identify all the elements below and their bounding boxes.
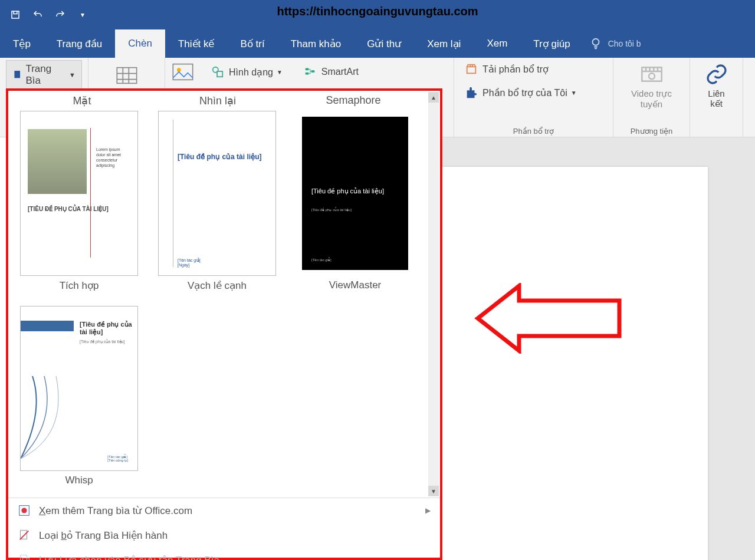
tab-home[interactable]: Trang đầu	[44, 29, 115, 58]
dropdown-caret-icon: ▼	[69, 71, 76, 78]
media-group-label: Phương tiện	[619, 124, 684, 136]
menu-more-label: Xem thêm Trang bìa từ Office.com	[39, 505, 192, 517]
online-video-button: Video trực tuyến	[619, 60, 684, 112]
head-semaphore: Semaphore	[285, 94, 421, 107]
link-button[interactable]: Liên kết	[696, 60, 737, 111]
svg-rect-7	[217, 71, 222, 77]
svg-point-1	[592, 39, 599, 45]
tab-mailings[interactable]: Gửi thư	[354, 29, 414, 58]
online-video-label: Video trực tuyến	[624, 88, 679, 110]
cover-page-gallery: ▲ ▼ Mặt Nhìn lại Semaphore Lorem ipsumdo…	[6, 88, 442, 560]
svg-rect-9	[306, 73, 309, 75]
submenu-arrow-icon: ▶	[425, 506, 431, 515]
watermark-url: https://tinhocngoainguvungtau.com	[277, 5, 478, 18]
cover-page-button[interactable]: Trang Bìa ▼	[6, 60, 82, 90]
thumb-subtitle: [Tiêu đề phụ của tài liệu]	[311, 187, 384, 195]
svg-rect-10	[311, 70, 315, 73]
svg-rect-0	[12, 11, 19, 18]
tab-review[interactable]: Xem lại	[414, 29, 474, 58]
svg-rect-3	[117, 68, 136, 84]
cover-page-label: Trang Bìa	[25, 63, 65, 87]
my-addins-button[interactable]: Phần bổ trợ của Tôi ▼	[460, 84, 607, 101]
caret-icon: ▼	[571, 90, 577, 96]
head-mat: Mặt	[14, 94, 150, 107]
picture-icon[interactable]	[171, 60, 195, 84]
cover-whisp[interactable]: [Tiêu đề phụ của tài liệu] [Tiêu đề phụ …	[14, 306, 144, 486]
annotation-arrow-icon	[472, 283, 625, 354]
customize-qat-icon[interactable]: ▾	[73, 5, 92, 24]
addins-group-label: Phần bổ trợ	[460, 124, 607, 136]
cap-vachlecanh: Vạch lề cạnh	[188, 279, 247, 292]
thumb-sub: [Tiêu đề phụ của tài liệu]	[311, 207, 352, 212]
tab-file[interactable]: Tệp	[0, 29, 44, 58]
thumb-subtitle: [Tiêu đề phụ của tài liệu]	[178, 153, 261, 161]
thumb-sub: [Tiêu đề phụ của tài liệu]	[80, 340, 124, 344]
lightbulb-icon	[589, 37, 602, 50]
svg-rect-8	[306, 68, 309, 71]
smartart-button[interactable]: SmartArt	[299, 60, 363, 84]
svg-rect-2	[14, 71, 20, 78]
link-label: Liên kết	[701, 88, 732, 109]
svg-rect-11	[467, 67, 476, 73]
store-icon	[465, 62, 478, 75]
cap-tichhop: Tích hợp	[60, 279, 99, 292]
save-icon[interactable]	[6, 5, 25, 24]
thumb-subtitle: [Tiêu đề phụ của tài liệu]	[80, 321, 137, 336]
svg-rect-4	[173, 64, 192, 80]
cap-whisp: Whisp	[65, 475, 93, 486]
shapes-icon	[211, 65, 224, 78]
remove-icon	[18, 529, 31, 542]
scroll-up-icon[interactable]: ▲	[428, 92, 439, 103]
cover-tichhop[interactable]: Lorem ipsumdolor sit ametconsecteturadip…	[14, 111, 144, 292]
caret-icon: ▼	[277, 69, 283, 75]
shapes-button[interactable]: Hình dạng ▼	[206, 60, 287, 84]
cover-page-icon	[12, 70, 22, 80]
my-addins-label: Phần bổ trợ của Tôi	[482, 87, 567, 98]
cap-viewmaster: ViewMaster	[329, 279, 382, 291]
tab-view[interactable]: Xem	[474, 29, 520, 58]
tell-me-search[interactable]: Cho tôi b	[589, 29, 641, 58]
tab-references[interactable]: Tham khảo	[278, 29, 354, 58]
smartart-icon	[304, 65, 317, 78]
tab-design[interactable]: Thiết kế	[165, 29, 228, 58]
shapes-label: Hình dạng	[229, 67, 273, 78]
tab-help[interactable]: Trợ giúp	[520, 29, 583, 58]
gallery-row-headers: Mặt Nhìn lại Semaphore	[8, 91, 440, 107]
scroll-down-icon[interactable]: ▼	[428, 486, 439, 496]
menu-remove-label: Loại bỏ Trang Bìa Hiện hành	[39, 529, 168, 542]
scrollbar-track[interactable]	[428, 92, 439, 493]
tab-layout[interactable]: Bố trí	[227, 29, 277, 58]
get-addins-button[interactable]: Tải phần bổ trợ	[460, 60, 607, 78]
ribbon-tabs: Tệp Trang đầu Chèn Thiết kế Bố trí Tham …	[0, 29, 755, 58]
svg-rect-18	[22, 558, 29, 560]
svg-point-15	[21, 508, 27, 513]
cover-vachlecanh[interactable]: [Tiêu đề phụ của tài liệu] [Tên tác giả]…	[152, 111, 282, 292]
svg-point-13	[649, 73, 655, 79]
head-nhinlai: Nhìn lại	[150, 94, 285, 107]
smartart-label: SmartArt	[321, 67, 359, 77]
save-gallery-icon	[18, 554, 31, 560]
office-icon	[18, 504, 31, 517]
gallery-menu: Xem thêm Trang bìa từ Office.com ▶ Loại …	[8, 498, 440, 560]
menu-save-cover: Lưu Lựa chọn vào Bộ sưu tập Trang Bìa...	[8, 548, 440, 560]
link-icon	[705, 62, 728, 86]
table-icon[interactable]	[115, 64, 139, 87]
menu-save-label: Lưu Lựa chọn vào Bộ sưu tập Trang Bìa...	[39, 554, 228, 561]
addins-icon	[465, 86, 478, 99]
cover-viewmaster[interactable]: [Tiêu đề phụ của tài liệu] [Tiêu đề phụ …	[290, 111, 420, 292]
menu-more-covers[interactable]: Xem thêm Trang bìa từ Office.com ▶	[8, 498, 440, 523]
video-icon	[640, 62, 664, 86]
tell-me-text: Cho tôi b	[608, 39, 641, 48]
thumb-subtitle: [TIÊU ĐỀ PHỤ CỦA TÀI LIỆU]	[28, 206, 109, 212]
tab-insert[interactable]: Chèn	[115, 29, 165, 58]
undo-icon[interactable]	[28, 5, 47, 24]
redo-icon[interactable]	[51, 5, 70, 24]
menu-remove-cover[interactable]: Loại bỏ Trang Bìa Hiện hành	[8, 523, 440, 548]
get-addins-label: Tải phần bổ trợ	[482, 64, 549, 75]
